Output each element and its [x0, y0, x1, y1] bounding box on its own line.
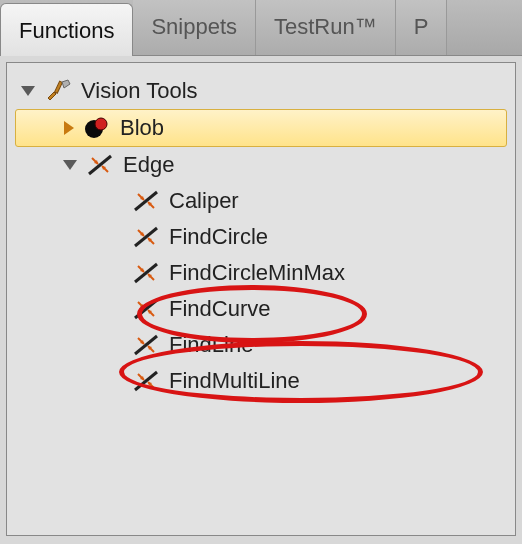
expand-toggle-icon[interactable] [63, 160, 77, 170]
tab-testrun[interactable]: TestRun™ [256, 0, 396, 55]
tree-node-findmultiline[interactable]: FindMultiLine [11, 363, 511, 399]
tree-label: Caliper [169, 188, 239, 214]
tree-label: Edge [123, 152, 174, 178]
tree-node-vision-tools[interactable]: Vision Tools [11, 73, 511, 109]
edge-icon [131, 295, 161, 323]
tree-label: FindCircleMinMax [169, 260, 345, 286]
tab-functions[interactable]: Functions [0, 3, 133, 56]
edge-icon [131, 223, 161, 251]
tree-label: FindCurve [169, 296, 270, 322]
tree-node-findcurve[interactable]: FindCurve [11, 291, 511, 327]
tree-node-findline[interactable]: FindLine [11, 327, 511, 363]
tab-partial[interactable]: P [396, 0, 448, 55]
tree-node-findcircle[interactable]: FindCircle [11, 219, 511, 255]
edge-icon [131, 331, 161, 359]
tree-label: FindMultiLine [169, 368, 300, 394]
edge-icon [85, 151, 115, 179]
tree-label: Blob [120, 115, 164, 141]
edge-icon [131, 367, 161, 395]
tab-label: Functions [19, 18, 114, 43]
expand-toggle-icon[interactable] [64, 121, 74, 135]
tree-label: FindLine [169, 332, 253, 358]
tab-strip: Functions Snippets TestRun™ P [0, 0, 522, 56]
tree-node-findcircleminmax[interactable]: FindCircleMinMax [11, 255, 511, 291]
svg-rect-0 [55, 81, 63, 93]
tree-label: Vision Tools [81, 78, 198, 104]
edge-icon [131, 259, 161, 287]
tree-node-edge[interactable]: Edge [11, 147, 511, 183]
tab-label: Snippets [151, 14, 237, 39]
tree-panel: Vision Tools Blob Edge [6, 62, 516, 536]
tab-label: TestRun™ [274, 14, 377, 39]
edge-icon [131, 187, 161, 215]
tree-label: FindCircle [169, 224, 268, 250]
tab-label: P [414, 14, 429, 39]
expand-toggle-icon[interactable] [21, 86, 35, 96]
tools-icon [43, 77, 73, 105]
tree-node-blob[interactable]: Blob [15, 109, 507, 147]
tree-node-caliper[interactable]: Caliper [11, 183, 511, 219]
blob-icon [82, 114, 112, 142]
tab-snippets[interactable]: Snippets [133, 0, 256, 55]
